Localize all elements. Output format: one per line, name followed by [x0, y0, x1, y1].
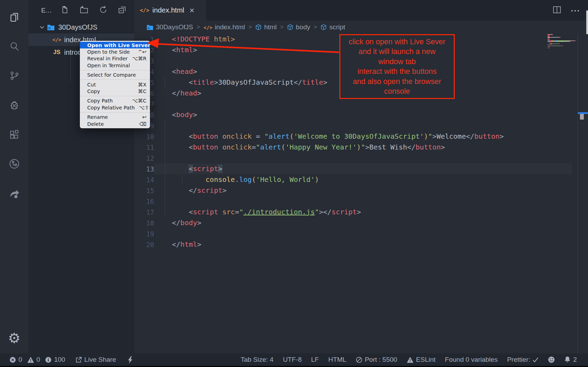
eol-indicator[interactable]: LF: [311, 356, 319, 364]
code-line[interactable]: 18</body>: [134, 217, 588, 228]
chevron-right-icon: >: [197, 24, 200, 31]
refresh-icon[interactable]: [99, 6, 107, 15]
breadcrumb-item-folder[interactable]: 30DaysOfJS: [156, 23, 193, 31]
tree-item-root-folder[interactable]: 30DaysOfJS: [29, 21, 134, 33]
menu-item-open-to-the-side[interactable]: Open to the Side^↩: [80, 48, 150, 55]
line-number: 18: [134, 219, 154, 227]
menu-separator: [80, 79, 150, 80]
live-server-port[interactable]: Port : 5500: [356, 356, 397, 364]
symbol-cube-icon: [255, 24, 262, 30]
slash-circle-icon: [356, 357, 362, 363]
explorer-icon[interactable]: [0, 6, 29, 28]
folder-icon: [46, 24, 55, 31]
warning-icon: [27, 357, 34, 363]
code-line[interactable]: 16: [134, 196, 588, 207]
feedback-smiley-icon[interactable]: [548, 356, 555, 363]
code-line[interactable]: 8<body>: [134, 109, 588, 120]
code-line[interactable]: 11 <button onclick="alert('Happy New Yea…: [134, 142, 588, 153]
line-number: 16: [134, 198, 154, 205]
split-editor-icon[interactable]: [552, 5, 561, 16]
annotation-text: console: [340, 86, 454, 97]
menu-item-reveal-in-finder[interactable]: Reveal in Finder⌥⌘R: [80, 55, 150, 62]
extensions-icon[interactable]: [0, 123, 29, 146]
breadcrumb-item-body[interactable]: body: [296, 23, 310, 31]
code-text: <button onclick="alert('Happy New Year!'…: [154, 142, 572, 153]
code-text: [154, 99, 572, 109]
notifications-bell[interactable]: 2: [564, 356, 577, 364]
code-line[interactable]: 10 <button onclick = "alert('Welcome to …: [134, 131, 588, 142]
close-icon[interactable]: ×: [189, 6, 194, 15]
menu-item-copy-relative-path[interactable]: Copy Relative Path⌥⇧⌘C: [80, 104, 150, 111]
code-line[interactable]: 12: [134, 153, 588, 163]
explorer-title: E...: [41, 7, 52, 14]
annotation-text: interact with the buttons: [340, 67, 454, 77]
new-file-icon[interactable]: [61, 6, 69, 15]
menu-item-rename[interactable]: Rename↩: [80, 114, 150, 121]
annotation-text: window tab: [340, 57, 454, 67]
more-actions-icon[interactable]: [571, 7, 580, 14]
menu-item-delete[interactable]: Delete⌫: [80, 121, 150, 127]
chevron-right-icon: >: [280, 24, 284, 31]
symbol-cube-icon: [321, 24, 327, 30]
error-icon: [9, 357, 16, 363]
run-debug-icon[interactable]: [0, 94, 29, 116]
js-file-icon: JS: [52, 49, 61, 56]
eslint-status[interactable]: ESLint: [407, 356, 436, 364]
overview-ruler-border: [578, 34, 578, 353]
tab-index-html[interactable]: </> index.html ×: [134, 0, 206, 21]
context-menu: Open with Live Server Open to the Side^↩…: [80, 41, 150, 128]
menu-item-copy[interactable]: Copy⌘C: [80, 88, 150, 94]
menu-item-copy-path[interactable]: Copy Path⌥⌘C: [80, 98, 150, 104]
bell-icon: [564, 356, 571, 363]
code-line[interactable]: 9: [134, 120, 588, 131]
code-line[interactable]: 19: [134, 228, 588, 239]
bolt-icon[interactable]: [128, 356, 133, 364]
code-line[interactable]: 20</html>: [134, 239, 588, 250]
share-out-icon[interactable]: [0, 182, 29, 204]
code-text: [154, 153, 572, 163]
minimap[interactable]: [548, 34, 575, 48]
code-line[interactable]: 7: [134, 99, 588, 109]
code-text: [154, 120, 572, 131]
source-control-icon[interactable]: [0, 64, 29, 87]
tree-indent-guide: [70, 55, 71, 82]
code-line[interactable]: 13 <script>: [134, 163, 588, 174]
line-number: 19: [134, 230, 154, 238]
problems-indicator[interactable]: 0 0 100: [9, 356, 65, 364]
encoding-indicator[interactable]: UTF-8: [283, 356, 302, 364]
code-line[interactable]: 17 <script src="./introduction.js"></scr…: [134, 207, 588, 217]
annotation-box: click on open with Live Sever and it wil…: [339, 34, 455, 99]
code-line[interactable]: 15 </script>: [134, 185, 588, 196]
live-share-button[interactable]: Live Share: [75, 356, 116, 364]
breadcrumb-item-script[interactable]: script: [329, 23, 345, 31]
breadcrumb-item-file[interactable]: index.html: [215, 23, 245, 31]
tab-size-indicator[interactable]: Tab Size: 4: [241, 356, 273, 364]
menu-item-open-with-live-server[interactable]: Open with Live Server: [80, 42, 150, 48]
indent-guide: [165, 78, 165, 89]
annotation-text: click on open with Live Sever: [340, 37, 454, 47]
html-file-icon: </>: [204, 23, 212, 31]
tab-label: index.html: [152, 6, 184, 14]
menu-item-cut[interactable]: Cut⌘X: [80, 81, 150, 88]
tree-item-label: 30DaysOfJS: [58, 23, 97, 31]
breadcrumb-item-html[interactable]: html: [264, 23, 277, 31]
collapse-all-icon[interactable]: [118, 6, 126, 15]
language-indicator[interactable]: HTML: [328, 356, 346, 364]
chevron-right-icon: >: [314, 24, 317, 31]
menu-item-open-in-terminal[interactable]: Open in Terminal: [80, 62, 150, 69]
status-bar: 0 0 100 Live Share Tab Size: 4 UTF-8 LF …: [0, 353, 588, 366]
new-folder-icon[interactable]: [80, 6, 89, 15]
code-text: <script>: [154, 163, 572, 174]
settings-gear-icon[interactable]: ⚙: [0, 327, 29, 349]
menu-item-select-for-compare[interactable]: Select for Compare: [80, 72, 150, 78]
prettier-status[interactable]: Prettier:: [507, 356, 539, 364]
code-text: </body>: [154, 217, 572, 228]
scrollbar-thumb[interactable]: [580, 114, 584, 120]
search-icon[interactable]: [0, 35, 29, 58]
code-line[interactable]: 14 console.log('Hello, World'): [134, 174, 588, 185]
remote-circle-icon[interactable]: [0, 153, 29, 175]
menu-separator: [80, 96, 150, 96]
code-text: console.log('Hello, World'): [154, 174, 572, 185]
variables-status[interactable]: Found 0 variables: [445, 356, 498, 364]
annotation-text: and it will launch a new: [340, 47, 454, 57]
